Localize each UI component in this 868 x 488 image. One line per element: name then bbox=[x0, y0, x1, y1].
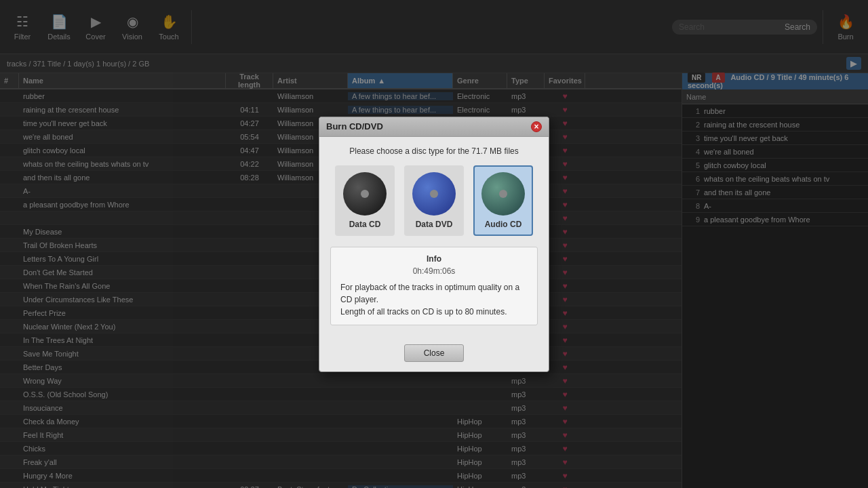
disc-hole-3 bbox=[499, 190, 507, 198]
modal-footer: Close bbox=[319, 344, 549, 371]
modal-prompt: Please choose a disc type for the 71.7 M… bbox=[330, 146, 538, 156]
modal-close-button[interactable]: × bbox=[531, 121, 542, 132]
data-dvd-icon bbox=[412, 172, 456, 216]
info-text-1: For playback of the tracks in optimum qu… bbox=[340, 283, 519, 304]
disc-hole-2 bbox=[430, 190, 438, 198]
modal-overlay: Burn CD/DVD × Please choose a disc type … bbox=[0, 0, 868, 488]
data-dvd-option[interactable]: Data DVD bbox=[404, 165, 464, 236]
info-text: For playback of the tracks in optimum qu… bbox=[340, 281, 528, 318]
modal-close-btn[interactable]: Close bbox=[404, 344, 465, 362]
modal-title: Burn CD/DVD bbox=[326, 121, 383, 131]
data-dvd-label: Data DVD bbox=[416, 220, 453, 229]
info-time: 0h:49m:06s bbox=[340, 266, 528, 276]
modal-body: Please choose a disc type for the 71.7 M… bbox=[319, 137, 549, 344]
audio-cd-icon bbox=[481, 172, 525, 216]
audio-cd-label: Audio CD bbox=[485, 220, 522, 229]
disc-hole bbox=[361, 190, 369, 198]
info-title: Info bbox=[340, 254, 528, 264]
info-box: Info 0h:49m:06s For playback of the trac… bbox=[330, 247, 538, 325]
modal-title-bar: Burn CD/DVD × bbox=[319, 117, 549, 137]
disc-options: Data CD Data DVD Audio CD bbox=[330, 165, 538, 236]
burn-cd-dvd-dialog: Burn CD/DVD × Please choose a disc type … bbox=[319, 117, 549, 372]
data-cd-icon bbox=[343, 172, 387, 216]
info-text-2: Length of all tracks on CD is up to 80 m… bbox=[340, 307, 507, 317]
data-cd-label: Data CD bbox=[349, 220, 381, 229]
audio-cd-option[interactable]: Audio CD bbox=[473, 165, 533, 236]
data-cd-option[interactable]: Data CD bbox=[335, 165, 395, 236]
